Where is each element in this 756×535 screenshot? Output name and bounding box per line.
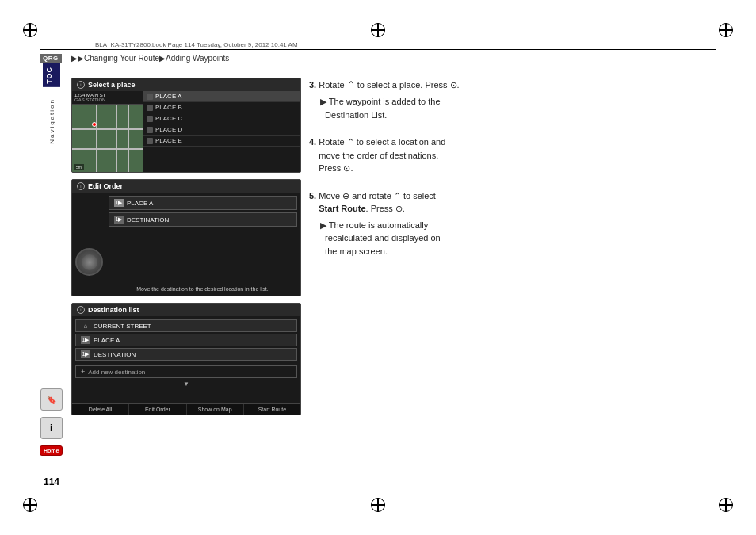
file-info: BLA_KA-31TY2800.book Page 114 Tuesday, O… xyxy=(95,41,298,48)
edit-order-screen: i Edit Order 1▶ PLACE A 1▶ DESTINATION xyxy=(71,179,301,296)
dest-text-place-a: PLACE A xyxy=(94,337,120,344)
press-icon-5: ⊙ xyxy=(395,204,403,213)
place-item-e[interactable]: PLACE E xyxy=(143,136,300,147)
header-line xyxy=(40,49,716,50)
place-icon-b xyxy=(147,105,153,111)
place-text-d: PLACE D xyxy=(155,126,182,133)
place-icon-e xyxy=(147,138,153,144)
dest-list-title: Destination list xyxy=(88,306,139,314)
select-place-title: Select a place xyxy=(88,81,136,89)
place-text-b: PLACE B xyxy=(155,104,182,111)
rotate-icon-4: ⌃ xyxy=(347,137,354,147)
map-scale: 5mi xyxy=(74,164,84,170)
dest-icon-house: ⌂ xyxy=(81,322,90,330)
press-icon-3: ⊙ xyxy=(450,80,457,90)
instruction-5-text: 5. Move ⊕ and rotate ⌃ to select Start R… xyxy=(309,189,716,216)
dest-item-current[interactable]: ⌂ CURRENT STREET xyxy=(75,319,297,332)
rotate-icon-3: ⌃ xyxy=(347,79,355,90)
place-text-c: PLACE C xyxy=(155,115,182,122)
add-plus-icon: + xyxy=(81,368,85,376)
dest-item-destination[interactable]: 1▶ DESTINATION xyxy=(75,348,297,361)
start-route-label: Start Route xyxy=(319,204,365,213)
dest-toolbar: Delete All Edit Order Show on Map Start … xyxy=(72,403,300,415)
edit-order-btn[interactable]: Edit Order xyxy=(129,404,186,415)
instruction-3-text: 3. Rotate ⌃ to select a place. Press ⊙. xyxy=(309,78,716,92)
add-destination-label: Add new destination xyxy=(88,369,145,376)
edit-order-icon: i xyxy=(77,182,85,190)
edit-order-title: Edit Order xyxy=(88,182,123,190)
start-route-btn[interactable]: Start Route xyxy=(244,404,300,415)
instruction-4-text: 4. Rotate ⌃ to select a location and mov… xyxy=(309,136,716,175)
place-item-d[interactable]: PLACE D xyxy=(143,124,300,136)
place-text-a: PLACE A xyxy=(155,93,181,100)
dest-item-place-a[interactable]: 1▶ PLACE A xyxy=(75,334,297,346)
destination-list-screen: i Destination list ⌂ CURRENT STREET 1▶ P… xyxy=(71,303,301,415)
select-place-header: i Select a place xyxy=(72,78,300,91)
instruction-3-detail: ▶ The waypoint is added to the Destinati… xyxy=(320,95,716,121)
delete-all-btn[interactable]: Delete All xyxy=(72,404,129,415)
show-on-map-btn[interactable]: Show on Map xyxy=(187,404,244,415)
info-icon[interactable]: i xyxy=(40,417,63,439)
place-item-b[interactable]: PLACE B xyxy=(143,102,300,113)
select-place-screen: i Select a place 1234 MAIN ST GAS STATIO… xyxy=(71,78,301,173)
press-icon-4: ⊙ xyxy=(343,163,350,173)
breadcrumb: ▶▶Changing Your Route▶Adding Waypoints xyxy=(71,54,229,63)
instruction-5-detail: ▶ The route is automatically recalculate… xyxy=(320,219,716,258)
order-item-a[interactable]: 1▶ PLACE A xyxy=(109,196,297,210)
screenshots-column: i Select a place 1234 MAIN ST GAS STATIO… xyxy=(71,78,301,422)
map-marker xyxy=(92,122,97,127)
dest-list: ⌂ CURRENT STREET 1▶ PLACE A 1▶ DESTINATI… xyxy=(72,316,300,365)
order-text-dest: DESTINATION xyxy=(127,216,169,224)
instruction-5: 5. Move ⊕ and rotate ⌃ to select Start R… xyxy=(309,189,716,258)
bookmark-icon[interactable]: 🔖 xyxy=(40,388,63,411)
page-number: 114 xyxy=(44,476,59,487)
knob[interactable] xyxy=(75,248,103,276)
rotate-icon-5: ⌃ xyxy=(394,191,401,201)
dest-flag-a: 1▶ xyxy=(81,336,90,344)
bottom-line xyxy=(40,499,716,499)
order-list: 1▶ PLACE A 1▶ DESTINATION xyxy=(105,193,300,232)
place-item-c[interactable]: PLACE C xyxy=(143,113,300,124)
order-flag-a: 1▶ xyxy=(114,199,124,207)
dest-list-content: ⌂ CURRENT STREET 1▶ PLACE A 1▶ DESTINATI… xyxy=(72,316,300,403)
place-text-e: PLACE E xyxy=(155,137,182,144)
instructions: 3. Rotate ⌃ to select a place. Press ⊙. … xyxy=(309,78,716,272)
add-destination-button[interactable]: + Add new destination xyxy=(75,365,297,378)
map-area: 1234 MAIN ST GAS STATION 5mi xyxy=(72,91,143,172)
edit-order-content: 1▶ PLACE A 1▶ DESTINATION Move the desti… xyxy=(72,193,300,296)
dest-text-destination: DESTINATION xyxy=(94,351,136,358)
dest-list-header: i Destination list xyxy=(72,304,300,316)
place-item-a[interactable]: PLACE A xyxy=(143,91,300,102)
dest-list-icon: i xyxy=(77,306,85,314)
toc-label[interactable]: TOC xyxy=(43,63,60,87)
move-icon-5: ⊕ xyxy=(342,191,349,201)
order-hint: Move the destination to the desired loca… xyxy=(108,285,297,292)
order-item-dest[interactable]: 1▶ DESTINATION xyxy=(109,212,297,227)
place-icon-d xyxy=(147,127,153,133)
edit-order-header: i Edit Order xyxy=(72,180,300,193)
select-place-icon: i xyxy=(77,81,85,89)
nav-label: Navigation xyxy=(48,98,55,144)
place-icon-c xyxy=(147,116,153,122)
map-address-2: GAS STATION xyxy=(74,97,141,102)
instruction-4: 4. Rotate ⌃ to select a location and mov… xyxy=(309,136,716,175)
dest-text-current: CURRENT STREET xyxy=(94,323,151,330)
place-list: PLACE A PLACE B PLACE C PLACE D xyxy=(143,91,300,172)
order-text-a: PLACE A xyxy=(127,200,153,207)
instruction-3: 3. Rotate ⌃ to select a place. Press ⊙. … xyxy=(309,78,716,121)
place-icon-a xyxy=(147,94,153,100)
main-content: i Select a place 1234 MAIN ST GAS STATIO… xyxy=(71,70,716,495)
knob-inner xyxy=(82,254,97,270)
home-icon[interactable]: Home xyxy=(40,445,63,456)
qrg-badge: QRG xyxy=(40,54,62,63)
scroll-arrow: ▼ xyxy=(72,380,300,388)
dest-flag-dest: 1▶ xyxy=(81,350,90,358)
order-flag-dest: 1▶ xyxy=(114,216,124,224)
toc-sidebar: TOC Navigation xyxy=(40,63,63,380)
sidebar-icons: 🔖 i Home xyxy=(40,388,63,456)
